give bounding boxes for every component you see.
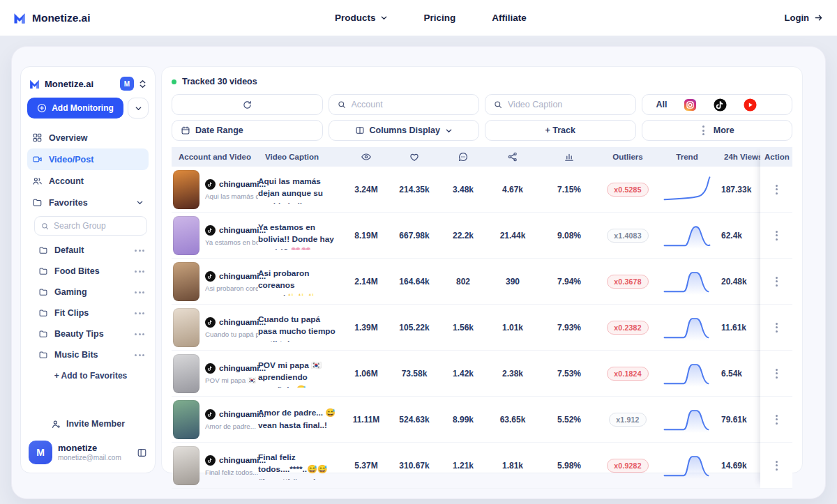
sidebar-item-video-post[interactable]: Video/Post [27, 148, 149, 170]
account-search-input[interactable] [352, 100, 479, 109]
youtube-icon[interactable] [744, 98, 757, 112]
table-row: chinguami... Asi probaron corea... Asi p… [172, 259, 760, 305]
row-actions-button[interactable] [773, 274, 781, 289]
col-shares[interactable] [485, 151, 540, 162]
video-thumbnail[interactable] [173, 170, 199, 209]
row-actions-button[interactable] [773, 182, 781, 197]
col-outliers[interactable]: Outliers [598, 153, 657, 161]
video-caption[interactable]: Cuando tu papá pasa mucho tiempo en tikt… [258, 314, 345, 342]
group-more-button[interactable] [135, 312, 144, 314]
add-to-favorites-button[interactable]: + Add to Favorites [33, 365, 149, 386]
trend-sparkline [657, 221, 717, 250]
add-monitoring-caret-button[interactable] [128, 98, 149, 119]
table-scroll-area[interactable]: Account and Video Video Caption [172, 147, 760, 489]
action-cell [760, 167, 792, 213]
filter-all-button[interactable]: All [656, 100, 668, 109]
col-views[interactable] [345, 151, 388, 162]
shares-value: 21.44k [485, 231, 540, 240]
collapse-panel-icon[interactable] [137, 448, 147, 458]
columns-display-button[interactable]: Columns Display [329, 120, 480, 141]
track-button[interactable]: + Track [485, 120, 636, 141]
col-video-caption[interactable]: Video Caption [258, 153, 345, 161]
engagement-value: 7.15% [540, 185, 598, 194]
brand-name: Monetize.ai [32, 12, 91, 24]
brand-logo[interactable]: Monetize.ai [13, 11, 91, 25]
search-group-input[interactable] [54, 221, 141, 231]
folder-icon [38, 266, 48, 276]
row-actions-button[interactable] [773, 366, 781, 381]
user-name: monetize [58, 443, 131, 454]
tiktok-icon [205, 317, 216, 328]
monetize-logo-icon [29, 78, 40, 90]
col-engagement[interactable] [540, 151, 598, 162]
bar-chart-icon [564, 151, 575, 162]
date-range-button[interactable]: Date Range [172, 120, 323, 141]
refresh-icon [242, 100, 252, 110]
col-likes[interactable] [388, 151, 441, 162]
instagram-icon[interactable] [684, 98, 697, 112]
favorites-group-item[interactable]: Fit Clips [33, 303, 149, 323]
search-group-box[interactable] [34, 216, 147, 236]
workspace-badge[interactable]: M [120, 77, 134, 91]
refresh-button[interactable] [172, 94, 323, 115]
favorites-group-item[interactable]: Food Bites [33, 261, 149, 282]
video-thumbnail[interactable] [173, 446, 199, 485]
user-account-row[interactable]: M monetize monetize@mail.com [27, 435, 149, 466]
table-row: chinguami... POV mi papa 🇰🇷 ap... POV mi… [172, 351, 760, 397]
app-shell: Monetize.ai M Add Monitoring Overview Vi… [11, 46, 826, 499]
col-account-video[interactable]: Account and Video [172, 153, 258, 161]
video-thumbnail[interactable] [173, 216, 199, 255]
col-trend[interactable]: Trend [657, 153, 717, 161]
shares-value: 4.67k [485, 185, 540, 194]
group-more-button[interactable] [135, 270, 144, 273]
favorites-group-item[interactable]: Beauty Tips [33, 323, 149, 344]
video-caption[interactable]: Amor de padre... 😅 vean hasta final..! [258, 407, 345, 432]
col-comments[interactable] [441, 151, 485, 162]
favorites-group-item[interactable]: Gaming [33, 282, 149, 303]
sidebar-item-overview[interactable]: Overview [27, 127, 149, 148]
video-thumbnail[interactable] [173, 308, 199, 347]
more-button[interactable]: More [642, 120, 793, 141]
favorites-group-item[interactable]: Music Bits [33, 344, 149, 365]
tiktok-icon [205, 271, 216, 282]
video-thumbnail[interactable] [173, 262, 199, 301]
video-thumbnail[interactable] [173, 400, 199, 439]
row-actions-button[interactable] [773, 320, 781, 335]
group-more-button[interactable] [135, 291, 144, 293]
sidebar-item-account[interactable]: Account [27, 170, 149, 192]
nav-affiliate[interactable]: Affiliate [492, 13, 527, 23]
col-views-change[interactable]: 24h Views Change [717, 153, 760, 161]
video-camera-icon [32, 154, 43, 165]
group-more-button[interactable] [135, 250, 144, 252]
login-button[interactable]: Login [785, 13, 823, 23]
account-subtitle: Ya estamos en boli... [205, 238, 258, 246]
tiktok-icon[interactable] [714, 98, 727, 112]
trend-sparkline [657, 359, 717, 388]
views-value: 1.39M [345, 323, 388, 333]
video-thumbnail[interactable] [173, 354, 199, 393]
video-caption[interactable]: POV mi papa 🇰🇷 aprendiendo español...😅..… [258, 360, 345, 388]
nav-products[interactable]: Products [335, 13, 388, 23]
video-caption[interactable]: Aqui las mamás dejan aunque su marido ba… [258, 176, 345, 204]
caption-search-input[interactable] [508, 100, 635, 109]
favorites-group-item[interactable]: Default [33, 240, 149, 261]
invite-member-button[interactable]: Invite Member [27, 413, 149, 435]
nav-pricing[interactable]: Pricing [424, 13, 456, 23]
sidebar-item-favorites[interactable]: Favorites [27, 192, 149, 213]
row-actions-button[interactable] [773, 228, 781, 243]
video-caption[interactable]: Final feliz todos....****..😅😅 #bugatti #… [258, 452, 345, 480]
engagement-value: 9.08% [540, 231, 598, 240]
views-change-value: 79.61k [717, 415, 760, 425]
tiktok-icon [205, 179, 216, 190]
group-more-button[interactable] [135, 354, 144, 356]
updown-chevron-icon[interactable] [138, 79, 147, 89]
trend-sparkline [657, 175, 717, 204]
row-actions-button[interactable] [773, 458, 781, 473]
video-caption[interactable]: Asi probaron coreanos mezcal✨✨✨ #mezcal.… [258, 268, 345, 296]
row-actions-button[interactable] [773, 412, 781, 427]
kebab-icon [700, 123, 707, 138]
folder-icon [38, 287, 48, 297]
video-caption[interactable]: Ya estamos en bolivia!! Donde hay que ir… [258, 222, 345, 250]
group-more-button[interactable] [135, 333, 144, 335]
add-monitoring-button[interactable]: Add Monitoring [27, 98, 123, 119]
